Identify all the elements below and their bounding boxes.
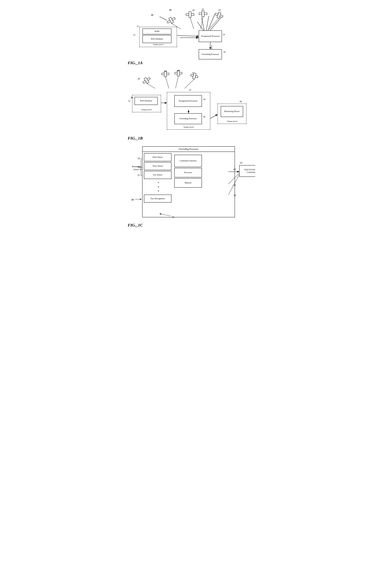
overriding-processor-title: Overriding Processor	[143, 147, 235, 152]
svg-rect-15	[191, 14, 194, 15]
ref-50: 50	[131, 198, 134, 201]
nav-processor-box-1b: Navigational Processor	[174, 95, 202, 107]
svg-line-45	[175, 79, 194, 88]
ref-41: 41	[192, 72, 194, 74]
svg-line-43	[165, 77, 172, 88]
svg-line-25	[200, 18, 219, 29]
valid-cmd-label: Valid Overriding Command	[240, 168, 255, 174]
svg-rect-37	[175, 72, 177, 74]
ref-53: 53	[172, 216, 174, 218]
ref-36: 36	[203, 116, 205, 118]
svg-rect-12	[172, 17, 175, 20]
ref-14: 14	[223, 33, 225, 36]
figure-1b: 38 39 40 41 30 12 RAS Database Tamper-pr…	[128, 70, 252, 139]
svg-rect-35	[167, 73, 169, 75]
nav-proc-label-1b: Navigational Processor	[179, 100, 198, 102]
svg-line-23	[190, 17, 197, 29]
overriding-processor-box-1b: Overriding Processor	[174, 113, 202, 124]
ref-12-1b: 12	[128, 99, 130, 102]
memory-label: Memory	[185, 181, 191, 184]
svg-line-44	[173, 76, 178, 88]
ref-20: 20	[192, 9, 194, 12]
over-proc-label-1a: Overriding Processor	[202, 53, 219, 56]
monitoring-device-box-1b: Monitoring Device	[221, 106, 243, 117]
ref-24: 24	[218, 9, 221, 11]
voice-sensor-label: Voice Sensor	[152, 165, 163, 167]
tamper-proof-label-1b-main: Tamper-proof	[167, 126, 210, 128]
ref-12-1a: 12	[133, 34, 135, 36]
tamper-proof-label-1a: Tamper-proof	[140, 43, 177, 46]
ref-16: 16	[223, 51, 226, 53]
ras-database-box-1a: RAS Database	[143, 35, 171, 43]
tamper-proof-label-1b-left: Tamper-proof	[132, 109, 161, 111]
sensors-column: Palm Sensor Voice Sensor Eye Sensor ••• …	[144, 153, 173, 216]
svg-rect-40	[190, 74, 193, 77]
figure-1c: Overriding Processor Palm Sensor Voice S…	[128, 145, 252, 226]
svg-rect-17	[199, 13, 202, 15]
svg-rect-14	[186, 14, 189, 15]
svg-rect-41	[195, 76, 198, 78]
ref-52: 52	[138, 174, 140, 176]
svg-line-42	[147, 83, 171, 88]
ref-11: 11	[137, 25, 139, 28]
figure-1a: 10 18	[128, 3, 252, 64]
ref-64: 64	[240, 161, 242, 164]
fig-1c-label: FIG._1C	[128, 223, 143, 228]
palm-sensor-box: Palm Sensor	[144, 153, 171, 161]
ref-56: 56	[138, 157, 140, 160]
ras-db-dashed-1b: 12 RAS Database Tamper-proof	[132, 95, 161, 112]
svg-rect-21	[220, 15, 223, 17]
ref-38: 38	[138, 78, 140, 80]
svg-line-24	[199, 17, 203, 29]
ref-62: 62	[233, 168, 236, 171]
svg-rect-38	[180, 72, 182, 74]
ref-44: 44	[240, 100, 242, 103]
face-recognition-box: Face Recognition	[144, 195, 171, 203]
memory-box: Memory	[174, 178, 202, 188]
svg-rect-18	[204, 13, 207, 15]
ref-54: 54	[138, 166, 140, 168]
ref-34: 34	[203, 98, 205, 101]
palm-sensor-label: Palm Sensor	[153, 156, 163, 158]
valid-cmd-box: Valid Overriding Command	[239, 165, 255, 177]
svg-rect-31	[143, 80, 146, 83]
over-proc-label-1b: Overriding Processor	[179, 117, 197, 120]
processor-box: Processor	[174, 168, 202, 177]
rom-label: ROM	[155, 30, 159, 33]
svg-rect-20	[215, 13, 218, 16]
processor-column: Command Generator Processor Memory	[174, 153, 203, 216]
monitoring-dashed-box-1b: 44 Monitoring Device Tamper-proof	[218, 104, 247, 124]
overriding-processor-box-1a: Overriding Processor	[199, 49, 222, 59]
ref-58: 58	[233, 194, 236, 197]
svg-rect-11	[167, 20, 171, 23]
rom-box: ROM	[143, 29, 171, 34]
ras-db-label-1b: RAS Database	[140, 99, 152, 102]
fig-1a-label: FIG._1A	[128, 60, 143, 65]
ref-40: 40	[177, 70, 179, 72]
overriding-processor-outer-box: Overriding Processor Palm Sensor Voice S…	[142, 146, 235, 217]
ref-39: 39	[164, 70, 167, 73]
monitoring-label-1b: Monitoring Device	[224, 110, 240, 113]
cmd-generator-box: Command Generator	[174, 155, 202, 167]
ras-db-label-1a: RAS Database	[151, 38, 163, 40]
eye-sensor-label: Eye Sensor	[153, 174, 162, 176]
sensor-dots: •••	[144, 180, 173, 194]
fig-1b-label: FIG._1B	[128, 136, 143, 140]
voice-sensor-box: Voice Sensor	[144, 162, 171, 170]
svg-rect-13	[189, 12, 191, 17]
face-recog-label: Face Recognition	[151, 197, 165, 200]
svg-line-28	[177, 36, 199, 36]
ref-10: 10	[151, 14, 153, 16]
svg-rect-16	[202, 11, 204, 17]
processor-label: Processor	[184, 171, 192, 174]
ref-60: 60	[233, 184, 236, 187]
tamper-proof-label-1b-monitor: Tamper-proof	[218, 120, 246, 122]
cmd-gen-label: Command Generator	[180, 159, 197, 162]
svg-line-51	[210, 115, 218, 118]
ras-database-box-1b: RAS Database	[134, 97, 158, 105]
svg-rect-34	[162, 73, 164, 75]
nav-proc-label-1a: Navigational Processor	[201, 35, 220, 38]
main-dashed-box-1b: 32 Navigational Processor 34 Overriding …	[167, 92, 210, 130]
svg-rect-32	[147, 77, 150, 80]
satellite-group-1a	[164, 10, 228, 30]
